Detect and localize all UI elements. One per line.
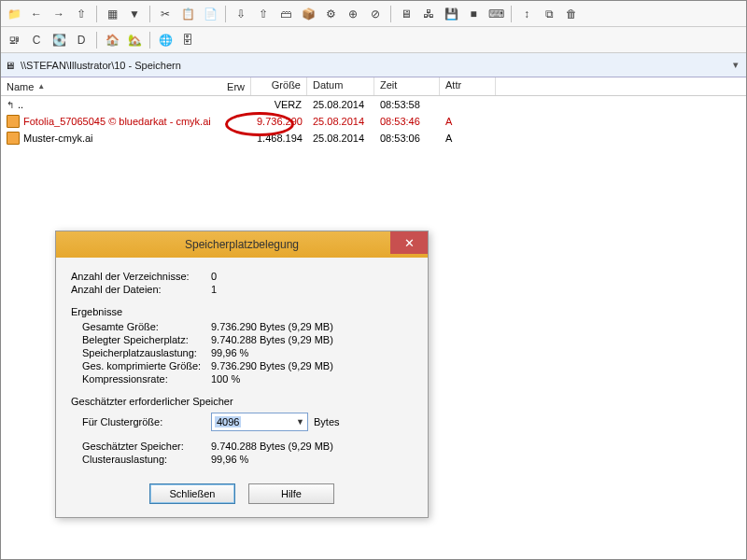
value-used-space: 9.740.288 Bytes (9,29 MB): [211, 334, 413, 345]
toolbar-button[interactable]: 🏠: [103, 31, 121, 49]
file-attr: A: [440, 133, 496, 144]
file-icon: [7, 132, 20, 145]
file-name: Fotolia_57065045 © bluedarkat - cmyk.ai: [23, 116, 211, 127]
toolbar-button[interactable]: ⌨: [486, 5, 505, 23]
header-attr[interactable]: Attr: [440, 77, 496, 95]
label-file-count: Anzahl der Dateien:: [71, 284, 211, 295]
toolbar-button[interactable]: 📄: [201, 5, 219, 23]
toolbar-button[interactable]: ↕: [517, 5, 536, 23]
toolbar-button[interactable]: 💽: [49, 31, 68, 49]
toolbar-button[interactable]: ⊘: [366, 5, 385, 23]
toolbar-separator: [149, 32, 150, 49]
toolbar-button[interactable]: ⇧: [72, 5, 91, 23]
file-row[interactable]: Fotolia_57065045 © bluedarkat - cmyk.ai9…: [1, 113, 746, 130]
toolbar-button[interactable]: 🖳: [5, 31, 23, 49]
toolbar-separator: [511, 6, 512, 22]
close-dialog-button[interactable]: Schließen: [149, 483, 235, 504]
toolbar-button[interactable]: 📋: [178, 5, 197, 23]
file-list: ↰..VERZ25.08.201408:53:58Fotolia_5706504…: [1, 96, 746, 147]
label-cluster-usage: Clusterauslastung:: [82, 454, 211, 465]
toolbar-button[interactable]: 🗄: [178, 31, 197, 49]
toolbar-button[interactable]: ▦: [103, 5, 121, 23]
toolbar-button[interactable]: C: [27, 31, 46, 49]
file-row[interactable]: ↰..VERZ25.08.201408:53:58: [1, 96, 746, 113]
label-compressed: Ges. komprimierte Größe:: [82, 360, 211, 371]
label-est-space: Geschätzter Speicher:: [82, 441, 211, 452]
header-date[interactable]: Datum: [307, 77, 374, 95]
toolbar-button[interactable]: 🏡: [125, 31, 144, 49]
toolbar-button[interactable]: ⇧: [254, 5, 273, 23]
toolbar-button[interactable]: ⧉: [540, 5, 558, 23]
toolbar-button[interactable]: 📁: [5, 5, 23, 23]
value-file-count: 1: [211, 284, 413, 295]
value-compressed: 9.736.290 Bytes (9,29 MB): [211, 360, 413, 371]
toolbar-button[interactable]: ▼: [125, 5, 144, 23]
toolbar-button[interactable]: D: [72, 31, 91, 49]
value-total-size: 9.736.290 Bytes (9,29 MB): [211, 321, 413, 332]
value-usage: 99,96 %: [211, 347, 413, 358]
column-headers: Name ▲ Erw Größe Datum Zeit Attr: [1, 77, 746, 96]
toolbar-separator: [390, 6, 391, 22]
toolbar-separator: [225, 6, 226, 22]
toolbar-button[interactable]: 🗑: [562, 5, 581, 23]
label-cluster-size: Für Clustergröße:: [82, 416, 205, 427]
section-results: Ergebnisse: [71, 306, 413, 317]
cluster-unit: Bytes: [314, 416, 340, 427]
toolbar-main: 📁←→⇧▦▼✂📋📄⇩⇧🗃📦⚙⊕⊘🖥🖧💾■⌨↕⧉🗑: [1, 1, 746, 27]
toolbar-button[interactable]: →: [49, 5, 68, 23]
file-date: 25.08.2014: [307, 116, 374, 127]
toolbar-button[interactable]: 💾: [442, 5, 460, 23]
file-date: 25.08.2014: [307, 99, 374, 110]
sort-caret-icon: ▲: [37, 82, 45, 91]
computer-icon: 🖥: [5, 60, 15, 71]
file-size: 9.736.290: [251, 116, 307, 127]
header-name[interactable]: Name ▲ Erw: [1, 77, 251, 95]
toolbar-button[interactable]: ⇩: [232, 5, 250, 23]
toolbar-button[interactable]: ✂: [156, 5, 175, 23]
chevron-down-icon: ▼: [296, 417, 304, 427]
file-time: 08:53:58: [374, 99, 440, 110]
dialog-titlebar[interactable]: Speicherplatzbelegung ✕: [56, 231, 428, 258]
toolbar-button[interactable]: 📦: [299, 5, 317, 23]
toolbar-separator: [96, 32, 97, 49]
label-usage: Speicherplatzauslastung:: [82, 347, 211, 358]
label-dir-count: Anzahl der Verzeichnisse:: [71, 271, 211, 282]
section-estimate: Geschätzter erforderlicher Speicher: [71, 396, 413, 407]
disk-usage-dialog: Speicherplatzbelegung ✕ Anzahl der Verze…: [55, 231, 429, 518]
cluster-size-select[interactable]: 4096 ▼: [211, 413, 308, 431]
value-dir-count: 0: [211, 271, 413, 282]
header-size[interactable]: Größe: [251, 77, 307, 95]
toolbar-button[interactable]: ⚙: [321, 5, 340, 23]
path-bar: 🖥 \\STEFAN\Illustrator\10 - Speichern ▾: [1, 53, 746, 77]
toolbar-button[interactable]: 🌐: [156, 31, 175, 49]
file-time: 08:53:46: [374, 116, 440, 127]
file-row[interactable]: Muster-cmyk.ai1.468.19425.08.201408:53:0…: [1, 130, 746, 147]
file-size: 1.468.194: [251, 133, 307, 144]
toolbar-button[interactable]: 🖥: [397, 5, 416, 23]
file-icon: [7, 115, 20, 128]
value-est-space: 9.740.288 Bytes (9,29 MB): [211, 441, 413, 452]
toolbar-button[interactable]: 🗃: [276, 5, 295, 23]
toolbar-button[interactable]: ⊕: [344, 5, 362, 23]
value-cluster-usage: 99,96 %: [211, 454, 413, 465]
toolbar-button[interactable]: ←: [27, 5, 46, 23]
label-ratio: Kompressionsrate:: [82, 373, 211, 385]
toolbar-button[interactable]: 🖧: [419, 5, 438, 23]
path-text[interactable]: \\STEFAN\Illustrator\10 - Speichern: [21, 60, 724, 71]
file-size: VERZ: [251, 99, 307, 110]
header-time[interactable]: Zeit: [374, 77, 440, 95]
path-dropdown[interactable]: ▾: [729, 59, 742, 71]
file-time: 08:53:06: [374, 133, 440, 144]
close-icon: ✕: [404, 236, 415, 250]
close-button[interactable]: ✕: [390, 231, 428, 254]
file-date: 25.08.2014: [307, 133, 374, 144]
label-total-size: Gesamte Größe:: [82, 321, 211, 332]
toolbar-drives: 🖳C💽D🏠🏡🌐🗄: [1, 27, 746, 53]
toolbar-separator: [149, 6, 150, 22]
help-button[interactable]: Hilfe: [248, 483, 334, 504]
dialog-title-text: Speicherplatzbelegung: [185, 238, 299, 251]
value-ratio: 100 %: [211, 373, 413, 385]
parent-dir-icon: ↰: [7, 100, 14, 110]
toolbar-button[interactable]: ■: [464, 5, 483, 23]
label-used-space: Belegter Speicherplatz:: [82, 334, 211, 345]
